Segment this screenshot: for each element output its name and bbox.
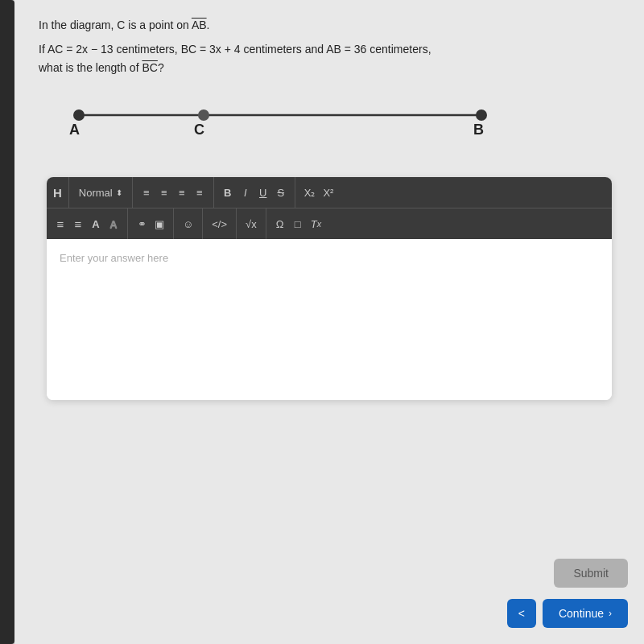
svg-text:B: B <box>473 122 484 138</box>
italic-button[interactable]: I <box>237 181 254 204</box>
code-button[interactable]: </> <box>208 213 231 235</box>
content-area: In the diagram, C is a point on AB. If A… <box>14 0 644 644</box>
dropdown-arrow-icon: ⬍ <box>116 188 122 197</box>
unordered-list-button[interactable]: ≡ <box>52 213 69 235</box>
font-color-button[interactable]: A <box>87 213 105 235</box>
align-section: ≡ ≡ ≡ ≡ <box>133 177 214 208</box>
align-justify-button[interactable]: ≡ <box>191 181 208 204</box>
editor-wrapper: H Normal ⬍ ≡ ≡ ≡ ≡ B <box>47 177 612 400</box>
editor-body[interactable]: Enter your answer here <box>47 239 612 400</box>
continue-button[interactable]: Continue › <box>543 599 628 628</box>
toolbar-row2: ≡ ≡ A A ⚭ ▣ ☺ </> √x <box>47 208 612 239</box>
align-center-button[interactable]: ≡ <box>155 181 173 204</box>
svg-point-3 <box>476 109 487 121</box>
align-right-button[interactable]: ≡ <box>173 181 191 204</box>
continue-chevron-icon: › <box>609 608 612 619</box>
format-section: B I U S <box>214 177 295 208</box>
link-button[interactable]: ⚭ <box>133 213 151 235</box>
diagram-area: A C B <box>47 93 620 157</box>
list-section: ≡ ≡ A A <box>47 208 128 239</box>
device-bezel <box>0 0 14 644</box>
script-section: X₂ X² <box>295 177 343 208</box>
toolbar-row1: H Normal ⬍ ≡ ≡ ≡ ≡ B <box>47 177 612 208</box>
svg-text:A: A <box>69 122 80 138</box>
style-dropdown[interactable]: Normal ⬍ <box>74 177 127 208</box>
underline-button[interactable]: U <box>254 181 272 204</box>
diagram-svg: A C B <box>47 93 514 141</box>
emoji-section: ☺ <box>174 208 203 239</box>
special-char-button[interactable]: □ <box>289 213 307 235</box>
bold-button[interactable]: B <box>219 181 237 204</box>
svg-point-1 <box>73 109 85 121</box>
omega-button[interactable]: Ω <box>271 213 289 235</box>
strikethrough-button[interactable]: S <box>272 181 290 204</box>
highlight-button[interactable]: A <box>105 213 122 235</box>
page-background: In the diagram, C is a point on AB. If A… <box>0 0 644 644</box>
editor-placeholder: Enter your answer here <box>60 252 168 264</box>
subscript-button[interactable]: X₂ <box>300 181 320 204</box>
style-dropdown-section: Normal ⬍ <box>69 177 133 208</box>
special-section: Ω □ Tx <box>266 208 330 239</box>
question-line2: If AC = 2x − 13 centimeters, BC = 3x + 4… <box>39 40 620 76</box>
svg-point-2 <box>198 109 209 121</box>
heading-button[interactable]: H <box>47 177 69 208</box>
image-button[interactable]: ▣ <box>151 213 168 235</box>
sqrt-button[interactable]: √x <box>242 213 261 235</box>
submit-button[interactable]: Submit <box>554 559 628 588</box>
svg-text:C: C <box>194 122 204 138</box>
superscript-button[interactable]: X² <box>319 181 337 204</box>
bottom-bar: Submit <box>554 559 628 588</box>
question-line1: In the diagram, C is a point on AB. <box>39 16 620 34</box>
nav-buttons: < Continue › <box>507 599 628 628</box>
align-left-button[interactable]: ≡ <box>138 181 155 204</box>
math-section: √x <box>237 208 266 239</box>
emoji-button[interactable]: ☺ <box>179 213 197 235</box>
code-section: </> <box>203 208 237 239</box>
ordered-list-button[interactable]: ≡ <box>69 213 87 235</box>
back-button[interactable]: < <box>507 599 536 628</box>
insert-section: ⚭ ▣ <box>128 208 174 239</box>
clear-format-button[interactable]: Tx <box>307 213 325 235</box>
